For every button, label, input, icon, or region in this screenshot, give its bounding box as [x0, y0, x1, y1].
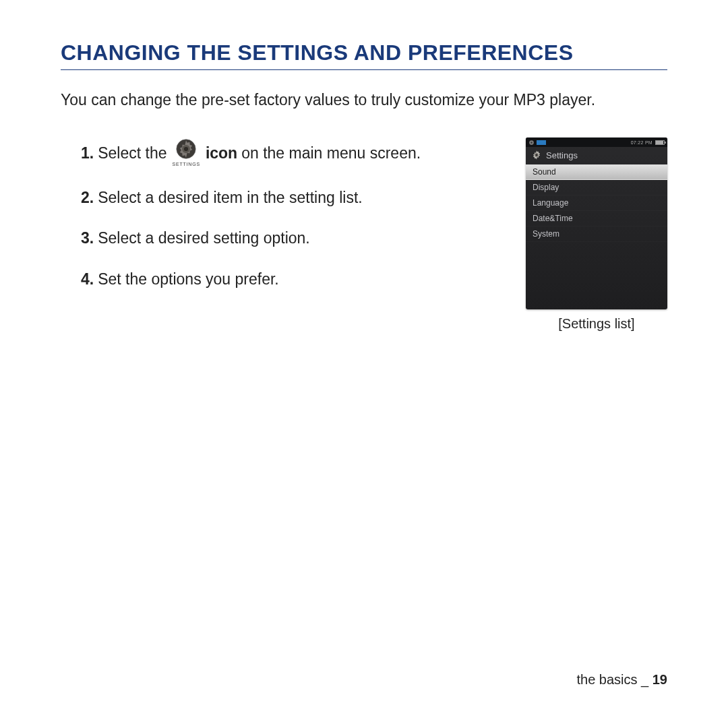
step-number: 1. [81, 142, 94, 165]
device-header-title: Settings [546, 150, 578, 160]
step-number: 2. [81, 186, 94, 210]
device-caption: [Settings list] [558, 316, 634, 332]
svg-point-6 [536, 154, 537, 156]
steps-list: 1. Select the SETTINGS icon on the main … [61, 138, 512, 332]
device-screenshot: 07:22 PM Settings Sound Display Language [526, 138, 667, 309]
step-1: 1. Select the SETTINGS icon on the main … [81, 138, 512, 169]
list-item: Language [526, 195, 667, 211]
step-text: Select a desired item in the setting lis… [98, 186, 362, 210]
device-column: 07:22 PM Settings Sound Display Language [526, 138, 667, 332]
settings-icon-inline: SETTINGS [172, 138, 200, 169]
list-item: Date&Time [526, 211, 667, 226]
step-number: 3. [81, 226, 94, 250]
step-text-bold: icon [206, 142, 237, 165]
step-3: 3. Select a desired setting option. [81, 226, 512, 250]
svg-point-2 [184, 147, 188, 151]
step-number: 4. [81, 268, 94, 291]
device-settings-list: Sound Display Language Date&Time System [526, 164, 667, 242]
list-item: System [526, 226, 667, 242]
status-indicator [537, 140, 546, 145]
list-item: Sound [526, 164, 667, 180]
battery-icon [655, 140, 665, 145]
page-footer: the basics _ 19 [576, 672, 667, 688]
status-right: 07:22 PM [631, 140, 665, 145]
footer-page-number: 19 [653, 672, 667, 687]
svg-point-4 [530, 142, 532, 143]
step-text-post: on the main menu screen. [241, 142, 421, 165]
device-statusbar: 07:22 PM [526, 138, 667, 147]
content-row: 1. Select the SETTINGS icon on the main … [61, 138, 667, 332]
gear-icon [175, 138, 198, 160]
list-item: Display [526, 180, 667, 195]
footer-section: the basics _ [576, 672, 652, 687]
status-left [528, 140, 546, 146]
step-text: Set the options you prefer. [98, 268, 279, 291]
gear-icon [531, 150, 542, 160]
step-4: 4. Set the options you prefer. [81, 268, 512, 291]
step-text: Select a desired setting option. [98, 226, 310, 250]
device-header: Settings [526, 147, 667, 164]
intro-text: You can change the pre-set factory value… [61, 89, 667, 111]
status-time: 07:22 PM [631, 140, 653, 145]
step-text-pre: Select the [98, 142, 166, 165]
gear-icon [528, 140, 535, 146]
page-title: CHANGING THE SETTINGS AND PREFERENCES [61, 40, 667, 70]
settings-icon-label: SETTINGS [172, 161, 200, 169]
step-2: 2. Select a desired item in the setting … [81, 186, 512, 210]
